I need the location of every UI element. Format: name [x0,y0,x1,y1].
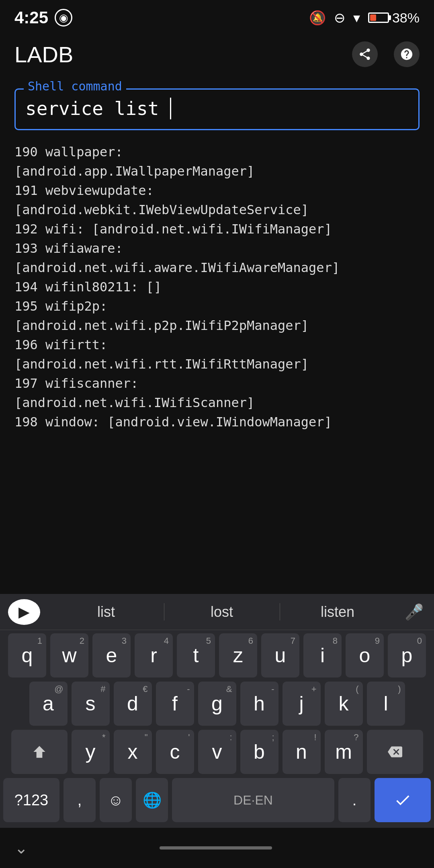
space-key[interactable]: DE·EN [172,778,334,822]
comma-key[interactable]: , [63,778,96,822]
shift-key[interactable] [11,730,68,774]
terminal-line: [android.app.IWallpaperManager] [14,162,420,181]
key-rows: 1q 2w 3e 4r 5t 6z 7u 8i 9o 0p @a #s €d -… [0,630,434,824]
status-bar: 4:25 ◉ 🔕 ⊖ ▾ 38% [0,0,434,32]
suggestion-item-0[interactable]: list [48,600,164,624]
command-area[interactable]: Shell command service list [14,88,420,130]
key-j[interactable]: +j [283,682,321,726]
terminal-line: 196 wifirtt: [14,335,420,354]
terminal-line: 195 wifip2p: [14,297,420,316]
key-a[interactable]: @a [29,682,68,726]
nav-bar-center [28,846,403,850]
key-row-4: ?123 , ☺ 🌐 DE·EN . [3,778,431,822]
share-button[interactable] [352,41,378,67]
wifi-icon: ▾ [353,10,360,26]
key-y[interactable]: *y [72,730,110,774]
key-b[interactable]: ;b [240,730,278,774]
key-t[interactable]: 5t [177,633,215,678]
help-button[interactable] [394,41,420,67]
key-i[interactable]: 8i [303,633,342,678]
notification-bell-icon: 🔕 [309,10,326,26]
minus-circle-icon: ⊖ [334,10,345,26]
key-e[interactable]: 3e [92,633,131,678]
suggestions-row: ▶ list lost listen 🎤 [0,594,434,630]
app-bar: LADB [0,32,434,76]
battery-container: 38% [368,10,420,26]
cursor [159,98,171,119]
terminal-line: [android.net.wifi.p2p.IWifiP2pManager] [14,316,420,335]
terminal-line: 191 webviewupdate: [14,181,420,200]
globe-key[interactable]: 🌐 [136,778,168,822]
enter-key[interactable] [375,778,431,822]
key-d[interactable]: €d [114,682,152,726]
key-q[interactable]: 1q [8,633,46,678]
key-u[interactable]: 7u [261,633,299,678]
num-symbols-key[interactable]: ?123 [3,778,59,822]
terminal-line: 190 wallpaper: [14,142,420,162]
home-indicator[interactable] [160,846,272,850]
status-right: 🔕 ⊖ ▾ 38% [309,10,420,26]
terminal-line: [android.net.wifi.aware.IWifiAwareManage… [14,258,420,277]
key-g[interactable]: &g [198,682,236,726]
suggestions-expand-button[interactable]: ▶ [8,599,40,625]
key-v[interactable]: :v [198,730,236,774]
key-p[interactable]: 0p [388,633,426,678]
terminal-line: 193 wifiaware: [14,239,420,258]
key-r[interactable]: 4r [135,633,173,678]
period-key[interactable]: . [338,778,371,822]
battery-fill [370,14,376,21]
portrait-icon: ◉ [55,9,72,27]
terminal-line: [android.net.wifi.IWifiScanner] [14,393,420,412]
nav-down-icon[interactable]: ⌄ [14,839,28,857]
key-s[interactable]: #s [72,682,110,726]
suggestion-items: list lost listen [48,600,395,624]
battery-icon [368,12,389,23]
terminal-output: 190 wallpaper:[android.app.IWallpaperMan… [0,138,434,594]
key-c[interactable]: 'c [156,730,194,774]
terminal-line: 192 wifi: [android.net.wifi.IWifiManager… [14,219,420,239]
key-k[interactable]: (k [325,682,363,726]
key-h[interactable]: -h [240,682,278,726]
key-o[interactable]: 9o [346,633,384,678]
app-title: LADB [14,41,73,68]
terminal-line: 197 wifiscanner: [14,374,420,393]
status-time: 4:25 [14,8,48,27]
nav-bar: ⌄ [0,828,434,868]
emoji-key[interactable]: ☺ [100,778,132,822]
key-row-2: @a #s €d -f &g -h +j (k )l [3,682,431,726]
shell-command-input[interactable]: service list [25,98,409,119]
suggestion-item-1[interactable]: lost [164,600,280,624]
app-bar-icons [352,41,420,67]
key-z[interactable]: 6z [219,633,257,678]
backspace-key[interactable] [367,730,423,774]
key-n[interactable]: !n [283,730,321,774]
key-l[interactable]: )l [367,682,405,726]
key-w[interactable]: 2w [50,633,88,678]
terminal-line: 194 wifinl80211: [] [14,277,420,297]
key-m[interactable]: ?m [325,730,363,774]
terminal-line: 198 window: [android.view.IWindowManager… [14,412,420,432]
key-row-3: *y "x 'c :v ;b !n ?m [3,730,431,774]
key-row-1: 1q 2w 3e 4r 5t 6z 7u 8i 9o 0p [3,633,431,678]
microphone-icon[interactable]: 🎤 [402,603,426,621]
command-label: Shell command [24,79,126,93]
terminal-line: [android.webkit.IWebViewUpdateService] [14,200,420,219]
battery-percentage: 38% [392,10,420,26]
suggestion-item-2[interactable]: listen [280,600,395,624]
keyboard-area: ▶ list lost listen 🎤 1q 2w 3e 4r 5t 6z 7… [0,594,434,828]
command-text: service list [25,98,159,119]
key-x[interactable]: "x [114,730,152,774]
key-f[interactable]: -f [156,682,194,726]
status-left: 4:25 ◉ [14,8,72,27]
terminal-line: [android.net.wifi.rtt.IWifiRttManager] [14,354,420,374]
